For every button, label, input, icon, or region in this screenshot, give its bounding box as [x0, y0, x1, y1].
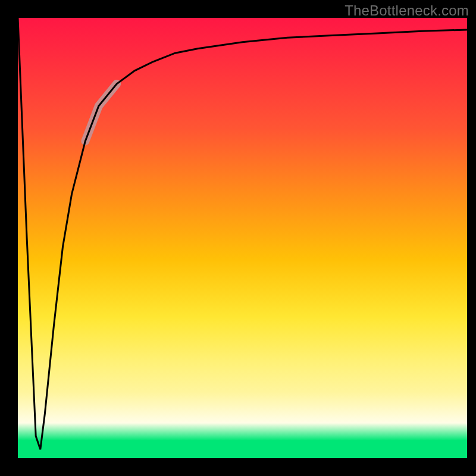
watermark-text: TheBottleneck.com — [345, 2, 469, 19]
curve-svg — [18, 18, 467, 458]
chart-frame: TheBottleneck.com — [0, 0, 476, 476]
curve-highlight — [85, 84, 117, 141]
bottleneck-curve — [18, 18, 467, 449]
plot-area — [18, 18, 467, 458]
